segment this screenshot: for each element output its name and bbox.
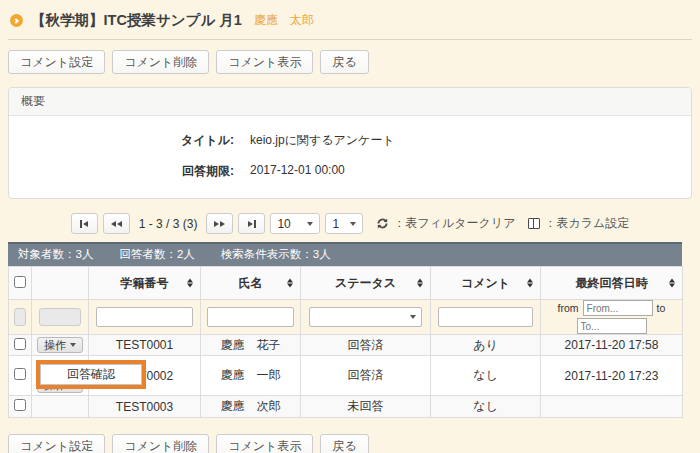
column-header-status: ステータス <box>301 267 431 300</box>
table-row: 操作 回答確認 TEST0001 慶應 花子 回答済 あり 2017-11-20… <box>9 335 683 356</box>
to-label: to <box>657 302 666 314</box>
column-header-last-answered: 最終回答日時 <box>541 267 683 300</box>
page-title: 【秋学期】ITC授業サンプル 月1 <box>31 11 242 30</box>
page-size-value: 10 <box>277 217 290 231</box>
menu-item-answer-check[interactable]: 回答確認 <box>41 365 141 384</box>
column-header-student-id: 学籍番号 <box>89 267 201 300</box>
filter-disabled-box <box>39 308 81 326</box>
sort-icon[interactable] <box>417 279 423 288</box>
status-cell: 未回答 <box>301 396 431 418</box>
filter-clear-label: ：表フィルタークリア <box>393 215 515 232</box>
filter-date-range: from to <box>541 300 682 334</box>
sort-icon[interactable] <box>527 279 533 288</box>
operation-dropdown-button[interactable]: 操作 <box>37 337 83 353</box>
student-id-cell: TEST0001 <box>89 335 201 356</box>
comment-show-button[interactable]: コメント表示 <box>216 50 313 74</box>
filter-name-input[interactable] <box>207 307 294 327</box>
comment-delete-button[interactable]: コメント削除 <box>112 50 209 74</box>
annotation-highlight-box: 回答確認 <box>36 360 146 389</box>
page-size-select[interactable]: 10 <box>270 213 320 234</box>
breadcrumb-chevron-icon <box>10 14 23 27</box>
refresh-icon[interactable] <box>376 217 389 230</box>
prev-page-button[interactable] <box>103 213 130 234</box>
breadcrumb: 【秋学期】ITC授業サンプル 月1 慶應 太郎 <box>8 0 692 40</box>
overview-panel-title: 概要 <box>9 88 691 116</box>
name-cell: 慶應 花子 <box>201 335 301 356</box>
stats-bar: 対象者数：3人 回答者数：2人 検索条件表示数：3人 <box>8 242 682 266</box>
page-number-select[interactable]: 1 <box>325 213 363 234</box>
deadline-value: 2017-12-01 00:00 <box>250 163 345 180</box>
column-header-comment: コメント <box>431 267 541 300</box>
sort-icon[interactable] <box>187 279 193 288</box>
back-button-bottom[interactable]: 戻る <box>320 434 368 453</box>
column-config-control: ：表カラム設定 <box>528 215 629 232</box>
column-config-label: ：表カラム設定 <box>544 215 629 232</box>
comment-cell: あり <box>431 335 541 356</box>
filter-disabled-box <box>14 308 26 326</box>
comment-cell: なし <box>431 396 541 418</box>
respondents-table: 学籍番号 氏名 ステータス コメント 最終回答日時 <box>8 266 683 418</box>
from-label: from <box>558 302 579 314</box>
overview-panel-body: タイトル: keio.jpに関するアンケート 回答期限: 2017-12-01 … <box>9 116 691 198</box>
sort-icon[interactable] <box>287 279 293 288</box>
filter-date-from-input[interactable] <box>583 300 653 316</box>
filter-comment-input[interactable] <box>438 307 534 327</box>
caret-down-icon <box>70 343 76 347</box>
row-select-checkbox[interactable] <box>14 399 26 411</box>
select-all-cell <box>9 267 32 300</box>
filter-status-select[interactable] <box>309 307 423 327</box>
first-page-button[interactable] <box>71 213 98 234</box>
row-select-checkbox[interactable] <box>14 368 26 380</box>
target-count: 対象者数：3人 <box>18 247 93 262</box>
comment-settings-button-bottom[interactable]: コメント設定 <box>8 434 105 453</box>
back-button[interactable]: 戻る <box>320 50 368 74</box>
filtered-count: 検索条件表示数：3人 <box>221 247 331 262</box>
last-page-button[interactable] <box>238 213 265 234</box>
table-header-row: 学籍番号 氏名 ステータス コメント 最終回答日時 <box>9 267 683 300</box>
bottom-toolbar: コメント設定 コメント削除 コメント表示 戻る <box>8 434 692 453</box>
select-all-checkbox[interactable] <box>14 276 26 288</box>
operation-dropdown-menu: 回答確認 <box>40 364 142 385</box>
next-page-button[interactable] <box>206 213 233 234</box>
overview-panel: 概要 タイトル: keio.jpに関するアンケート 回答期限: 2017-12-… <box>8 87 692 199</box>
deadline-field: 回答期限: 2017-12-01 00:00 <box>9 163 691 180</box>
table-row: TEST0003 慶應 次郎 未回答 なし <box>9 396 683 418</box>
filter-student-id-input[interactable] <box>96 307 194 327</box>
operations-header-cell <box>32 267 89 300</box>
status-cell: 回答済 <box>301 335 431 356</box>
last-answered-cell <box>541 396 683 418</box>
deadline-label: 回答期限: <box>9 163 234 180</box>
column-header-name: 氏名 <box>201 267 301 300</box>
name-cell: 慶應 一郎 <box>201 356 301 396</box>
survey-title-value: keio.jpに関するアンケート <box>250 132 395 149</box>
table-columns-icon[interactable] <box>528 218 540 229</box>
page-range-text: 1 - 3 / 3 (3) <box>139 217 198 231</box>
pagination-bar: 1 - 3 / 3 (3) 10 1 ：表フィルタークリア ：表カラ <box>8 213 692 234</box>
last-answered-cell: 2017-11-20 17:23 <box>541 356 683 396</box>
filter-date-to-input[interactable] <box>577 318 647 334</box>
last-answered-cell: 2017-11-20 17:58 <box>541 335 683 356</box>
teacher-name-link[interactable]: 慶應 太郎 <box>254 12 314 29</box>
sort-icon[interactable] <box>669 279 675 288</box>
survey-title-field: タイトル: keio.jpに関するアンケート <box>9 132 691 149</box>
comment-delete-button-bottom[interactable]: コメント削除 <box>112 434 209 453</box>
caret-down-icon <box>350 222 356 226</box>
filter-clear-control: ：表フィルタークリア <box>376 215 515 232</box>
caret-down-icon <box>307 222 313 226</box>
name-cell: 慶應 次郎 <box>201 396 301 418</box>
page-number-value: 1 <box>332 217 339 231</box>
top-toolbar: コメント設定 コメント削除 コメント表示 戻る <box>8 50 692 74</box>
row-select-checkbox[interactable] <box>14 338 26 350</box>
comment-settings-button[interactable]: コメント設定 <box>8 50 105 74</box>
status-cell: 回答済 <box>301 356 431 396</box>
caret-down-icon <box>410 315 416 319</box>
respondent-count: 回答者数：2人 <box>119 247 194 262</box>
filter-row: from to <box>9 300 683 335</box>
page: 【秋学期】ITC授業サンプル 月1 慶應 太郎 コメント設定 コメント削除 コメ… <box>0 0 700 453</box>
comment-cell: なし <box>431 356 541 396</box>
survey-title-label: タイトル: <box>9 132 234 149</box>
comment-show-button-bottom[interactable]: コメント表示 <box>216 434 313 453</box>
student-id-cell: TEST0003 <box>89 396 201 418</box>
